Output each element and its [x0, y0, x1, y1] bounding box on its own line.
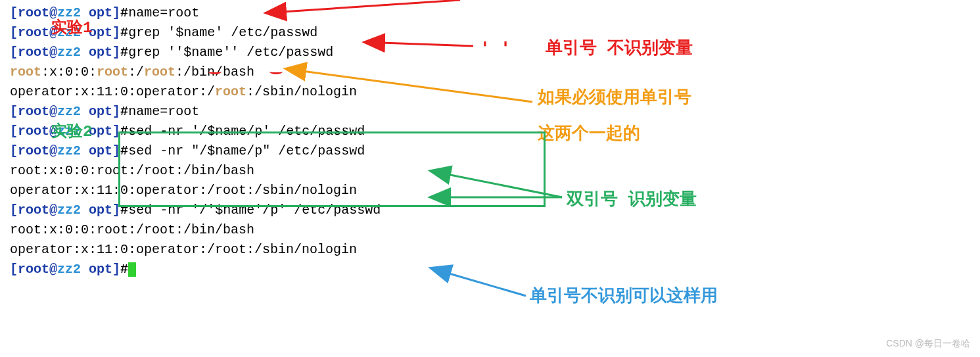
terminal-line-4: root:x:0:0:root:/root:/bin/bash [10, 62, 970, 82]
cursor [128, 262, 136, 277]
watermark: CSDN @每日一卷哈 [886, 337, 970, 350]
red-quotes-annotation: ' ' [480, 36, 511, 62]
label-experiment-1: 实验1 [51, 16, 92, 40]
orange-note-1: 如果必须使用单引号 [538, 85, 691, 111]
red-underline-2 [269, 69, 283, 74]
terminal-line-8: [root@zz2 opt]#sed -nr "/$name/p" /etc/p… [10, 141, 970, 161]
terminal-line-1: [root@zz2 opt]#name=root [10, 3, 970, 23]
terminal-line-14: [root@zz2 opt]# [10, 260, 970, 279]
orange-note-2: 这两个一起的 [538, 122, 640, 147]
terminal-line-10: operator:x:11:0:operator:/root:/sbin/nol… [10, 181, 970, 201]
terminal-line-7: [root@zz2 opt]#sed -nr '/$name/p' /etc/p… [10, 122, 970, 141]
terminal-line-13: operator:x:11:0:operator:/root:/sbin/nol… [10, 240, 970, 260]
terminal-line-12: root:x:0:0:root:/root:/bin/bash [10, 220, 970, 240]
red-underline-1 [208, 69, 222, 74]
green-note: 双引号 识别变量 [567, 187, 697, 213]
terminal-line-11: [root@zz2 opt]#sed -nr '/'$name'/p' /etc… [10, 201, 970, 220]
blue-note: 单引号不识别可以这样用 [530, 284, 718, 310]
terminal-line-6: [root@zz2 opt]#name=root [10, 102, 970, 122]
terminal-line-9: root:x:0:0:root:/root:/bin/bash [10, 161, 970, 181]
label-experiment-2: 实验2 [51, 120, 92, 144]
terminal-line-5: operator:x:11:0:operator:/root:/sbin/nol… [10, 82, 970, 102]
red-note: 单引号 不识别变量 [546, 36, 693, 62]
